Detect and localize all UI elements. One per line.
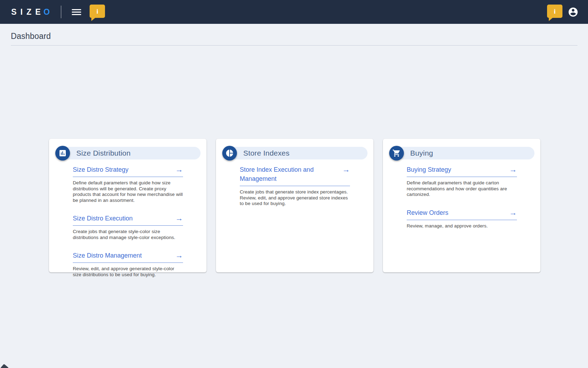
card-body: Size Distro Strategy → Define default pa… <box>73 165 183 278</box>
card-header-strip: Store Indexes <box>229 147 368 159</box>
menu-icon[interactable] <box>72 8 81 16</box>
card-title: Size Distribution <box>76 149 131 157</box>
pie-chart-icon <box>222 146 237 161</box>
module-item: Size Distro Strategy → Define default pa… <box>73 165 183 203</box>
module-link-label[interactable]: Size Distro Strategy <box>73 165 128 174</box>
cart-icon <box>389 146 404 161</box>
module-description: Create jobs that generate style-color si… <box>73 229 183 240</box>
module-link-label[interactable]: Review Orders <box>407 208 448 217</box>
module-item: Buying Strategy → Define default paramet… <box>407 165 517 198</box>
module-item: Size Distro Management → Review, edit, a… <box>73 251 183 278</box>
header-divider <box>61 6 61 18</box>
info-icon: i <box>554 8 555 15</box>
card-title: Store Indexes <box>243 149 289 157</box>
card-header: Buying <box>389 146 534 161</box>
arrow-right-icon[interactable]: → <box>175 214 183 223</box>
arrow-right-icon[interactable]: → <box>509 165 517 174</box>
module-description: Define default parameters that guide car… <box>407 180 517 198</box>
account-circle-icon[interactable] <box>568 7 579 18</box>
info-icon: i <box>96 8 98 15</box>
logo-o-mark: O <box>43 8 50 16</box>
module-link-label[interactable]: Buying Strategy <box>407 165 451 174</box>
module-link[interactable]: Store Index Execution and Management → <box>240 165 350 186</box>
module-link-label[interactable]: Size Distro Execution <box>73 214 133 223</box>
card-body: Store Index Execution and Management → C… <box>240 165 350 207</box>
module-description: Define default parameters that guide how… <box>73 180 183 203</box>
module-item: Review Orders → Review, manage, and appr… <box>407 208 517 229</box>
page-title: Dashboard <box>11 32 578 41</box>
app-logo[interactable]: SIZE O <box>11 8 50 16</box>
arrow-right-icon[interactable]: → <box>175 165 183 174</box>
card-body: Buying Strategy → Define default paramet… <box>407 165 517 229</box>
dashboard-card: Buying Buying Strategy → Define default … <box>383 139 540 272</box>
dashboard-card: Size Distribution Size Distro Strategy →… <box>49 139 206 272</box>
bottom-left-artifact <box>0 364 9 368</box>
module-link-label[interactable]: Store Index Execution and Management <box>240 165 323 183</box>
header-info-button[interactable]: i <box>547 5 562 18</box>
module-description: Create jobs that generate store index pe… <box>240 189 350 207</box>
arrow-right-icon[interactable]: → <box>509 208 517 217</box>
module-item: Size Distro Execution → Create jobs that… <box>73 214 183 240</box>
module-item: Store Index Execution and Management → C… <box>240 165 350 207</box>
arrow-right-icon[interactable]: → <box>175 251 183 260</box>
title-divider <box>11 45 578 46</box>
header-right: i <box>547 6 579 18</box>
dashboard-card: Store Indexes Store Index Execution and … <box>216 139 373 272</box>
card-header-strip: Size Distribution <box>62 147 201 159</box>
card-header: Store Indexes <box>222 146 368 161</box>
module-link-label[interactable]: Size Distro Management <box>73 251 142 260</box>
arrow-right-icon[interactable]: → <box>342 165 350 174</box>
module-link[interactable]: Buying Strategy → <box>407 165 517 177</box>
module-description: Review, manage, and approve orders. <box>407 223 517 229</box>
card-header: Size Distribution <box>55 146 201 161</box>
bar-chart-icon <box>55 146 70 161</box>
card-title: Buying <box>410 149 433 157</box>
module-description: Review, edit, and approve generated styl… <box>73 266 183 278</box>
module-link[interactable]: Review Orders → <box>407 208 517 220</box>
module-link[interactable]: Size Distro Management → <box>73 251 183 263</box>
module-link[interactable]: Size Distro Strategy → <box>73 165 183 177</box>
app-header: SIZE O i i <box>0 0 588 24</box>
module-link[interactable]: Size Distro Execution → <box>73 214 183 226</box>
logo-text: SIZE <box>11 8 44 16</box>
cards-row: Size Distribution Size Distro Strategy →… <box>49 139 588 272</box>
menu-info-button[interactable]: i <box>90 5 105 18</box>
card-header-strip: Buying <box>396 147 534 159</box>
